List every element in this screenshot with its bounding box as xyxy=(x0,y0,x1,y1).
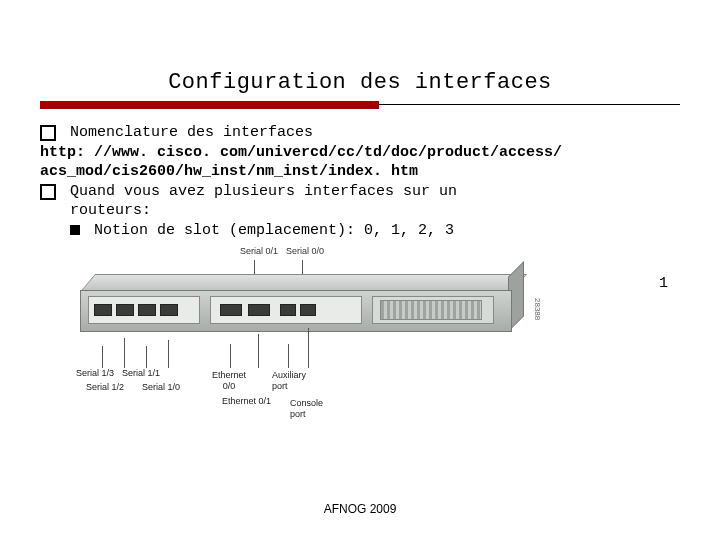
footer-text: AFNOG 2009 xyxy=(0,502,720,516)
router-diagram: Serial 0/1 Serial 0/0 xyxy=(80,246,560,428)
bullet-text-1: Nomenclature des interfaces xyxy=(70,123,680,143)
filled-square-bullet-icon xyxy=(70,225,80,235)
content-area: Nomenclature des interfaces http: //www.… xyxy=(40,123,680,428)
label-serial-0-1: Serial 0/1 xyxy=(240,246,278,258)
bullet-item-1: Nomenclature des interfaces xyxy=(40,123,680,143)
label-serial-0-0: Serial 0/0 xyxy=(286,246,324,258)
label-serial-1-2: Serial 1/2 xyxy=(86,382,124,394)
leader-line xyxy=(168,340,169,368)
url-line-1: http: //www. cisco. com/univercd/cc/td/d… xyxy=(40,143,680,163)
port-icon xyxy=(300,304,316,316)
url-line-2: acs_mod/cis2600/hw_inst/nm_inst/index. h… xyxy=(40,162,680,182)
leader-line xyxy=(230,344,231,368)
leader-line xyxy=(146,346,147,368)
port-icon xyxy=(160,304,178,316)
image-ref-number: 28388 xyxy=(532,298,542,320)
slide-title: Configuration des interfaces xyxy=(40,70,680,95)
bullet-text-2b: routeurs: xyxy=(40,201,680,221)
port-icon xyxy=(94,304,112,316)
label-serial-1-3: Serial 1/3 xyxy=(76,368,114,380)
leader-line xyxy=(308,328,309,368)
bullet-text-2a: Quand vous avez plusieurs interfaces sur… xyxy=(70,182,680,202)
vent-grill xyxy=(380,300,482,320)
leader-line xyxy=(254,260,255,274)
leader-line xyxy=(124,338,125,368)
bullet-item-3: Notion de slot (emplacement): 0, 1, 2, 3 xyxy=(40,221,680,241)
trailing-number: 1 xyxy=(659,274,668,294)
label-ethernet-0-1: Ethernet 0/1 xyxy=(222,396,271,408)
leader-line xyxy=(302,260,303,274)
rule-accent xyxy=(40,101,379,109)
label-ethernet-0-0: Ethernet 0/0 xyxy=(212,370,246,393)
label-auxiliary-port: Auxiliary port xyxy=(272,370,306,393)
square-bullet-icon xyxy=(40,125,56,141)
leader-line xyxy=(258,334,259,368)
bottom-callouts: Serial 1/3 Serial 1/2 Serial 1/1 Serial … xyxy=(80,368,560,428)
port-icon xyxy=(220,304,242,316)
leader-line xyxy=(102,346,103,368)
port-icon xyxy=(280,304,296,316)
port-icon xyxy=(138,304,156,316)
bullet-text-3: Notion de slot (emplacement): 0, 1, 2, 3 xyxy=(94,221,680,241)
leader-line xyxy=(288,344,289,368)
rule-thin xyxy=(379,104,680,105)
square-bullet-icon xyxy=(40,184,56,200)
bottom-leader-lines xyxy=(80,344,560,368)
bullet-item-2: Quand vous avez plusieurs interfaces sur… xyxy=(40,182,680,202)
router-chassis: 28388 xyxy=(80,274,510,344)
title-rule xyxy=(40,101,680,111)
top-callouts: Serial 0/1 Serial 0/0 xyxy=(240,246,560,258)
port-icon xyxy=(248,304,270,316)
label-serial-1-1: Serial 1/1 xyxy=(122,368,160,380)
port-icon xyxy=(116,304,134,316)
slide: Configuration des interfaces Nomenclatur… xyxy=(0,0,720,428)
label-serial-1-0: Serial 1/0 xyxy=(142,382,180,394)
label-console-port: Console port xyxy=(290,398,323,421)
